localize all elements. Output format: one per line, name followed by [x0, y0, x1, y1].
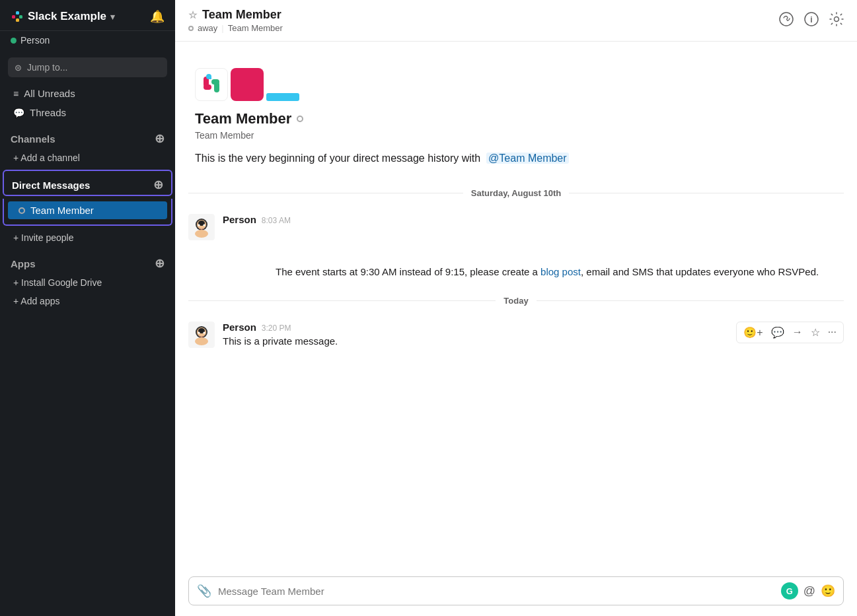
- sidebar-header: Slack Example ▾ 🔔: [0, 0, 175, 31]
- direct-messages-section: Direct Messages ⊕: [3, 170, 172, 196]
- workspace-chevron-icon: ▾: [110, 12, 115, 22]
- workspace-name[interactable]: Slack Example ▾: [11, 10, 115, 23]
- intro-status-icon: [297, 116, 303, 122]
- settings-icon[interactable]: [829, 12, 844, 30]
- add-app-icon[interactable]: ⊕: [155, 256, 165, 271]
- channels-section-header: Channels ⊕: [0, 122, 175, 149]
- date-line-left: [188, 193, 463, 193]
- more-actions-btn[interactable]: ···: [825, 325, 839, 339]
- person-avatar-1: [188, 214, 215, 240]
- message-content-1: Person 8:03 AM The event starts at 9:30 …: [223, 214, 844, 280]
- call-icon[interactable]: [779, 12, 794, 30]
- svg-rect-1: [16, 11, 19, 15]
- apps-section-header: Apps ⊕: [0, 247, 175, 273]
- svg-rect-3: [16, 18, 19, 22]
- sidebar: Slack Example ▾ 🔔 Person ⊜ Jump to... ≡ …: [0, 0, 175, 616]
- chat-title: ☆ Team Member: [188, 8, 283, 22]
- message-group-2: Person 3:20 PM This is a private message…: [175, 316, 857, 355]
- intro-name: Team Member: [195, 110, 837, 127]
- slack-avatar-icon: [195, 68, 228, 101]
- msg-author-1: Person: [223, 214, 256, 225]
- intro-history-text: This is the very beginning of your direc…: [195, 153, 837, 164]
- svg-point-19: [198, 331, 200, 333]
- svg-point-14: [195, 230, 208, 238]
- svg-rect-2: [19, 15, 22, 18]
- team-member-status-icon: [19, 207, 25, 214]
- grammarly-button[interactable]: G: [781, 582, 798, 599]
- threads-icon: 💬: [13, 108, 24, 118]
- chat-header-actions: i: [779, 12, 844, 30]
- current-user-name: Person: [20, 35, 50, 46]
- message-input[interactable]: [218, 586, 774, 597]
- team-member-color-avatar: [231, 68, 264, 101]
- info-icon[interactable]: i: [804, 12, 819, 30]
- add-apps-link[interactable]: + Add apps: [3, 292, 172, 310]
- svg-point-20: [204, 331, 205, 333]
- jump-to-label: Jump to...: [27, 62, 67, 73]
- msg-text-1b: The event starts at 9:30 AM instead of 9…: [223, 265, 844, 280]
- intro-mention: @Team Member: [486, 153, 569, 164]
- notification-bell-icon[interactable]: 🔔: [150, 9, 165, 24]
- message-actions: 🙂+ 💬 → ☆ ···: [736, 322, 844, 343]
- message-input-area: 📎 G @ 🙂: [175, 568, 857, 616]
- add-channel-link[interactable]: + Add a channel: [3, 149, 172, 166]
- date-line-right: [569, 193, 844, 193]
- chat-intro: Team Member Team Member This is the very…: [175, 42, 857, 178]
- msg-time-1: 8:03 AM: [262, 216, 291, 225]
- input-actions: G @ 🙂: [781, 582, 835, 599]
- bookmark-btn[interactable]: ☆: [808, 325, 823, 340]
- blog-post-link[interactable]: blog post: [540, 266, 581, 277]
- chat-area: Team Member Team Member This is the very…: [175, 42, 857, 568]
- sidebar-item-threads[interactable]: 💬 Threads: [3, 104, 172, 121]
- person-avatar-2: [188, 322, 215, 348]
- cyan-bar-avatar: [266, 93, 299, 101]
- date-divider-today: Today: [175, 285, 857, 316]
- unreads-icon: ≡: [13, 88, 19, 99]
- message-input-box: 📎 G @ 🙂: [188, 576, 844, 605]
- svg-point-13: [204, 224, 205, 226]
- add-dm-icon[interactable]: ⊕: [153, 178, 163, 192]
- emoji-reaction-btn[interactable]: 🙂+: [741, 325, 765, 340]
- star-icon[interactable]: ☆: [188, 9, 197, 21]
- slack-logo-icon: [11, 10, 24, 23]
- jump-to-button[interactable]: ⊜ Jump to...: [8, 57, 167, 77]
- user-status: Person: [0, 31, 175, 53]
- attach-icon[interactable]: 📎: [197, 584, 211, 598]
- chat-header-left: ☆ Team Member away | Team Member: [188, 8, 283, 33]
- svg-point-7: [835, 17, 839, 21]
- emoji-picker-icon[interactable]: 🙂: [821, 584, 835, 598]
- svg-point-12: [198, 224, 200, 226]
- at-mention-icon[interactable]: @: [803, 584, 815, 598]
- search-icon: ⊜: [15, 63, 22, 73]
- svg-point-21: [195, 337, 208, 345]
- msg-author-2: Person: [223, 322, 256, 333]
- msg-time-2: 3:20 PM: [262, 324, 291, 333]
- add-channel-icon[interactable]: ⊕: [155, 131, 165, 146]
- msg-header-1: Person 8:03 AM: [223, 214, 844, 225]
- chat-subtitle: away | Team Member: [188, 23, 283, 33]
- away-status-dot: [188, 26, 194, 31]
- svg-rect-0: [12, 15, 15, 18]
- intro-subtitle: Team Member: [195, 130, 837, 141]
- intro-avatar-group: [195, 68, 837, 101]
- date-divider-saturday: Saturday, August 10th: [175, 178, 857, 209]
- invite-people-link[interactable]: + Invite people: [3, 229, 172, 246]
- date-line-today-left: [188, 300, 496, 301]
- install-google-drive-link[interactable]: + Install Google Drive: [3, 274, 172, 291]
- date-line-today-right: [537, 300, 844, 301]
- sidebar-item-team-member[interactable]: Team Member: [8, 201, 167, 219]
- reply-btn[interactable]: 💬: [768, 325, 787, 340]
- svg-text:i: i: [810, 15, 812, 24]
- online-status-dot: [11, 38, 17, 44]
- forward-btn[interactable]: →: [790, 325, 805, 339]
- message-group-1: Person 8:03 AM The event starts at 9:30 …: [175, 209, 857, 285]
- main-panel: ☆ Team Member away | Team Member i: [175, 0, 857, 616]
- sidebar-item-all-unreads[interactable]: ≡ All Unreads: [3, 85, 172, 102]
- chat-header: ☆ Team Member away | Team Member i: [175, 0, 857, 42]
